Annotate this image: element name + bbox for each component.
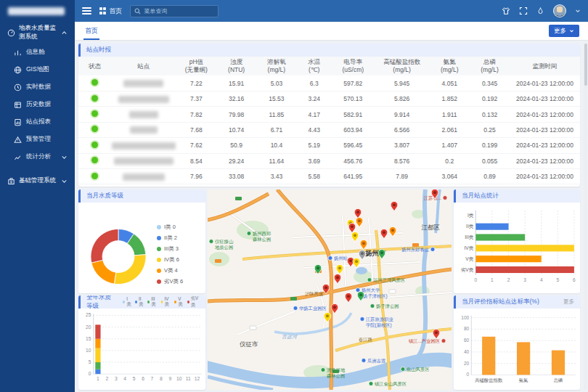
user-caret-down-icon[interactable]	[575, 8, 581, 14]
legend-item: IV类	[161, 295, 171, 309]
panel-title-text: 当月站点统计	[462, 192, 499, 200]
search-input[interactable]	[144, 8, 214, 15]
more-button-label: 更多	[554, 27, 566, 36]
donut-legend: I类 0II类 2III类 3IV类 6V类 4劣V类 6	[157, 203, 205, 293]
column-header: 监测时间	[510, 57, 580, 75]
chevron-down-icon	[60, 177, 68, 185]
map-label: 瓜洲古渡	[367, 358, 385, 364]
svg-text:6: 6	[573, 277, 576, 282]
map-label: 仪征捺山地质公园	[215, 239, 233, 250]
panel-monthly-station-stats: 当月站点统计 0123456I类II类III类IV类V类劣V类	[454, 189, 580, 293]
poi-blue-icon	[293, 306, 298, 311]
more-button[interactable]: 更多	[549, 25, 579, 37]
map-label: 华扬工业园区	[299, 306, 327, 311]
table-row: 7.6810.746.714.43603.946.5662.0610.25202…	[78, 122, 580, 137]
gauge-icon	[7, 29, 15, 37]
sidebar-group-base-system[interactable]: 基础管理系统	[0, 170, 75, 192]
sidebar-item-2[interactable]: 实时数据	[0, 78, 75, 96]
svg-text:0: 0	[475, 277, 478, 282]
avatar[interactable]	[553, 4, 566, 17]
map-label: 古运河	[282, 334, 298, 339]
tab-home[interactable]: 首页	[83, 22, 99, 40]
content: 站点时报 状态站点pH值(无量纲)浊度(NTU)溶解氧(mg/L)水温(℃)电导…	[75, 41, 588, 392]
column-header: 站点	[111, 57, 176, 75]
compliance-more-link[interactable]: 更多	[563, 298, 574, 306]
svg-text:20: 20	[86, 324, 91, 330]
search-icon	[134, 8, 141, 15]
sidebar-item-label: GIS地图	[26, 65, 49, 74]
yearly-grade-stacked-bar-chart: 0510152025123456789101112	[78, 309, 205, 390]
sidebar-item-label: 实时数据	[26, 83, 51, 91]
svg-text:氨氮: 氨氮	[519, 377, 528, 383]
sidebar-group-water-system[interactable]: 地表水质量监测系统	[0, 22, 75, 44]
svg-text:60: 60	[464, 338, 470, 343]
park-icon	[401, 367, 405, 372]
table-row: 8.5429.2411.643.69456.768.5760.20.055202…	[78, 153, 580, 168]
map[interactable]: 扬州市仪征市江都区古运河沪陕高速春江路扬州西郊森林公园仪征捺山地质公园运河三湾风…	[208, 189, 452, 390]
breadcrumb-label: 首页	[109, 7, 122, 16]
scrollbar-thumb[interactable]	[584, 44, 587, 86]
svg-text:IV类: IV类	[465, 245, 474, 250]
sidebar-item-1[interactable]: GIS地图	[0, 61, 75, 78]
svg-text:12: 12	[195, 376, 200, 381]
panel-title-text: 站点时报	[86, 46, 111, 54]
svg-text:25: 25	[86, 312, 91, 317]
theme-shirt-icon[interactable]	[502, 7, 510, 15]
table-row: 7.8279.9811.854.17582.919.9141.9110.1322…	[78, 107, 580, 122]
svg-text:4: 4	[123, 376, 126, 381]
hamburger-menu-icon[interactable]	[82, 6, 91, 16]
sidebar-group-label: 基础管理系统	[19, 176, 56, 185]
history-icon	[14, 101, 22, 109]
sidebar-item-label: 信息舱	[26, 48, 45, 57]
svg-text:11: 11	[186, 376, 191, 381]
station-table: 状态站点pH值(无量纲)浊度(NTU)溶解氧(mg/L)水温(℃)电导率(uS/…	[78, 57, 580, 184]
map-label: 江苏省...	[423, 195, 441, 201]
status-dot-online	[91, 95, 98, 102]
fullscreen-icon[interactable]	[519, 7, 528, 15]
svg-text:3: 3	[115, 376, 118, 381]
station-name-redacted	[118, 96, 169, 103]
station-name-redacted	[123, 80, 163, 87]
legend-item: IV类 6	[157, 256, 203, 264]
column-header: 状态	[78, 57, 111, 75]
chevron-up-icon	[60, 29, 68, 37]
svg-text:100: 100	[461, 315, 469, 320]
legend-item: III类	[147, 295, 157, 309]
svg-text:7: 7	[151, 376, 154, 381]
poi-blue-icon	[362, 359, 366, 363]
park-icon	[369, 382, 373, 386]
svg-text:3: 3	[523, 277, 526, 282]
column-header: 氨氮(mg/L)	[430, 57, 470, 75]
sidebar-item-6[interactable]: 统计分析	[0, 148, 75, 166]
park-icon	[247, 232, 251, 236]
status-dot-online	[91, 110, 98, 117]
sidebar-item-5[interactable]: 预警管理	[0, 131, 75, 148]
legend-item: II类 2	[157, 234, 203, 242]
menu-search[interactable]	[130, 5, 219, 17]
table-row: 7.9633.083.435.58641.957.893.0640.892024…	[78, 168, 580, 184]
sidebar-item-label: 历史数据	[26, 100, 51, 109]
poi-blue-icon	[360, 317, 364, 322]
column-header: 电导率(uS/cm)	[332, 57, 375, 75]
svg-text:40: 40	[464, 349, 470, 354]
building-icon	[7, 177, 15, 185]
svg-text:15: 15	[86, 336, 91, 341]
sidebar-nav: 地表水质量监测系统 信息舱GIS地图实时数据历史数据站点报表预警管理统计分析 基…	[0, 22, 75, 192]
svg-text:8: 8	[160, 376, 163, 381]
sidebar-item-4[interactable]: 站点报表	[0, 113, 75, 131]
sidebar-item-0[interactable]: 信息舱	[0, 44, 75, 61]
sidebar-item-label: 统计分析	[26, 152, 51, 161]
table-row: 7.6250.910.45.19596.453.8071.4070.199202…	[78, 138, 580, 153]
map-label: 扬州站	[334, 256, 348, 261]
main-area: 首页 首页 更多 站点时报	[75, 0, 588, 392]
flame-icon[interactable]	[536, 7, 544, 15]
svg-text:0: 0	[89, 371, 91, 376]
topbar: 首页	[75, 0, 588, 22]
sidebar-item-3[interactable]: 历史数据	[0, 96, 75, 113]
chevron-down-icon	[569, 28, 574, 33]
legend-item: III类 3	[157, 245, 203, 253]
panel-title-text: 当月水质等级	[86, 192, 123, 200]
legend-item: II类	[135, 295, 144, 309]
breadcrumb-home[interactable]: 首页	[99, 7, 122, 16]
legend-item: V类	[174, 295, 183, 309]
